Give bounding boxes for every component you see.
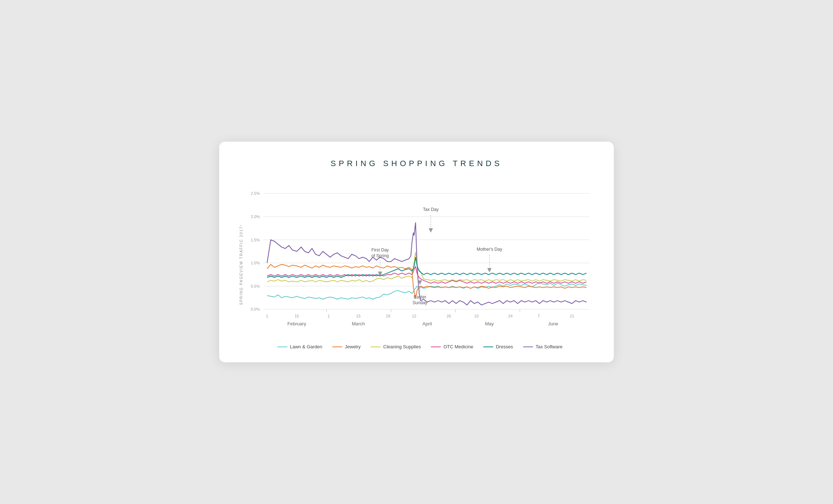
svg-text:1: 1 bbox=[266, 314, 268, 318]
line-tax-software bbox=[267, 222, 587, 305]
legend-item-jewelry: Jewelry bbox=[332, 344, 361, 349]
legend-color-cleaning-supplies bbox=[371, 347, 381, 347]
svg-text:Easter: Easter bbox=[414, 295, 426, 300]
line-cleaning-supplies bbox=[267, 252, 587, 282]
svg-text:Sunday: Sunday bbox=[413, 300, 428, 305]
chart-svg-wrapper: 2.5% 2.0% 1.5% 1.0% 0.5% 0.0% bbox=[246, 180, 594, 338]
svg-text:1: 1 bbox=[328, 314, 330, 318]
svg-text:29: 29 bbox=[386, 314, 390, 318]
svg-text:May: May bbox=[485, 321, 494, 326]
main-chart: 2.5% 2.0% 1.5% 1.0% 0.5% 0.0% bbox=[246, 180, 594, 338]
svg-text:7: 7 bbox=[537, 314, 540, 318]
svg-text:12: 12 bbox=[412, 314, 416, 318]
line-dresses bbox=[267, 257, 587, 278]
legend-color-lawn-garden bbox=[277, 347, 287, 347]
legend: Lawn & Garden Jewelry Cleaning Supplies … bbox=[246, 344, 594, 349]
y-axis-label: SPRING PAGEVIEW TRAFFIC 2017¹ bbox=[239, 180, 243, 349]
legend-label-tax-software: Tax Software bbox=[536, 344, 563, 349]
svg-text:24: 24 bbox=[508, 314, 513, 318]
legend-label-lawn-garden: Lawn & Garden bbox=[290, 344, 322, 349]
chart-inner: 2.5% 2.0% 1.5% 1.0% 0.5% 0.0% bbox=[246, 180, 594, 349]
legend-item-tax-software: Tax Software bbox=[523, 344, 563, 349]
legend-color-otc-medicine bbox=[431, 347, 441, 347]
svg-text:April: April bbox=[423, 321, 432, 326]
svg-text:26: 26 bbox=[447, 314, 451, 318]
svg-text:First Day: First Day bbox=[371, 248, 389, 253]
svg-marker-44 bbox=[487, 268, 491, 272]
svg-text:of Spring: of Spring bbox=[371, 253, 389, 258]
svg-text:2.5%: 2.5% bbox=[251, 191, 260, 196]
legend-item-otc-medicine: OTC Medicine bbox=[431, 344, 473, 349]
legend-color-jewelry bbox=[332, 347, 342, 347]
chart-card: SPRING SHOPPING TRENDS SPRING PAGEVIEW T… bbox=[219, 142, 614, 362]
svg-text:Mother's Day: Mother's Day bbox=[477, 247, 503, 252]
legend-item-dresses: Dresses bbox=[483, 344, 513, 349]
svg-text:21: 21 bbox=[570, 314, 574, 318]
svg-text:10: 10 bbox=[474, 314, 479, 318]
legend-label-dresses: Dresses bbox=[496, 344, 513, 349]
svg-text:15: 15 bbox=[356, 314, 361, 318]
svg-text:0.0%: 0.0% bbox=[251, 307, 260, 311]
chart-title: SPRING SHOPPING TRENDS bbox=[239, 159, 594, 168]
svg-text:June: June bbox=[548, 321, 558, 326]
svg-text:15: 15 bbox=[295, 314, 299, 318]
legend-item-lawn-garden: Lawn & Garden bbox=[277, 344, 322, 349]
legend-color-tax-software bbox=[523, 347, 533, 347]
svg-text:2.0%: 2.0% bbox=[251, 215, 260, 219]
svg-text:Tax Day: Tax Day bbox=[423, 207, 439, 212]
chart-area: SPRING PAGEVIEW TRAFFIC 2017¹ 2.5% 2.0% … bbox=[239, 180, 594, 349]
svg-marker-37 bbox=[429, 228, 433, 232]
legend-label-cleaning-supplies: Cleaning Supplies bbox=[383, 344, 421, 349]
svg-text:1.5%: 1.5% bbox=[251, 238, 260, 242]
svg-text:1.0%: 1.0% bbox=[251, 261, 260, 265]
svg-text:February: February bbox=[287, 321, 306, 326]
legend-color-dresses bbox=[483, 347, 493, 347]
legend-item-cleaning-supplies: Cleaning Supplies bbox=[371, 344, 421, 349]
legend-label-jewelry: Jewelry bbox=[345, 344, 361, 349]
svg-text:0.5%: 0.5% bbox=[251, 284, 260, 288]
line-lawn-garden bbox=[267, 283, 587, 299]
legend-label-otc-medicine: OTC Medicine bbox=[443, 344, 473, 349]
svg-text:March: March bbox=[352, 321, 365, 326]
